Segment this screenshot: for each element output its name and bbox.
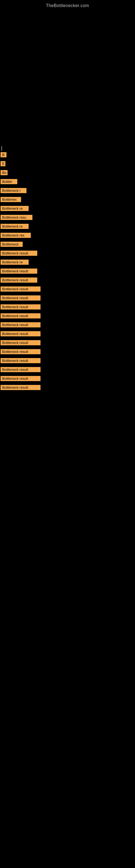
result-row[interactable]: Bottleneck re: [0, 224, 135, 229]
bottleneck-result-label[interactable]: Bottleneck result: [1, 385, 41, 390]
bottleneck-result-label[interactable]: Bottleneck result: [1, 340, 41, 345]
bottleneck-result-label[interactable]: Bottleneck res: [1, 233, 31, 238]
bottleneck-result-label[interactable]: Bottlenec: [1, 197, 21, 202]
result-row[interactable]: Bottleneck result: [0, 376, 135, 381]
results-section: | BEBоBottlerBottleneck rBottlenecBottle…: [0, 141, 135, 397]
bottleneck-result-label[interactable]: Bottleneck result: [1, 269, 37, 274]
bottleneck-result-label[interactable]: Bottleneck: [1, 242, 23, 247]
result-row[interactable]: Bottleneck r: [0, 188, 135, 193]
result-row[interactable]: Bottleneck resu: [0, 215, 135, 220]
result-row[interactable]: E: [0, 161, 135, 166]
bottleneck-result-label[interactable]: Bottleneck result: [1, 349, 41, 354]
bottleneck-result-label[interactable]: Bottleneck result: [1, 367, 41, 372]
bottleneck-result-label[interactable]: Bottleneck result: [1, 278, 37, 283]
result-row[interactable]: Bо: [0, 170, 135, 175]
result-row[interactable]: Bottleneck result: [0, 340, 135, 345]
bottleneck-result-label[interactable]: Bottleneck result: [1, 358, 41, 363]
top-section: [0, 10, 135, 141]
bottleneck-result-label[interactable]: Bottler: [1, 179, 17, 184]
bottleneck-result-label[interactable]: Bottleneck resu: [1, 215, 32, 220]
result-row[interactable]: Bottleneck result: [0, 251, 135, 256]
bottleneck-result-label[interactable]: Bottleneck re: [1, 224, 29, 229]
bottleneck-result-label[interactable]: B: [1, 152, 6, 157]
bottleneck-result-label[interactable]: Bottleneck r: [1, 188, 27, 193]
bottleneck-result-label[interactable]: E: [1, 161, 5, 166]
bottleneck-result-label[interactable]: Bottleneck result: [1, 331, 41, 336]
result-row[interactable]: Bottleneck result: [0, 385, 135, 390]
bottleneck-result-label[interactable]: Bottleneck result: [1, 286, 41, 291]
bottleneck-result-label[interactable]: Bottleneck result: [1, 313, 41, 318]
bottleneck-result-label[interactable]: Bо: [1, 170, 8, 175]
result-row[interactable]: Bottleneck result: [0, 313, 135, 318]
result-row[interactable]: Bottlenec: [0, 197, 135, 202]
result-row[interactable]: Bottleneck result: [0, 367, 135, 372]
bottleneck-result-label[interactable]: Bottleneck result: [1, 296, 41, 301]
bottleneck-result-label[interactable]: Bottleneck result: [1, 376, 41, 381]
result-row[interactable]: Bottleneck result: [0, 278, 135, 283]
site-title: TheBottlenecker.com: [0, 0, 135, 10]
result-row[interactable]: Bottleneck re: [0, 206, 135, 211]
result-row[interactable]: Bottleneck re: [0, 259, 135, 265]
bottleneck-result-label[interactable]: Bottleneck result: [1, 304, 41, 310]
result-row[interactable]: B: [0, 152, 135, 157]
bottleneck-result-label[interactable]: Bottleneck re: [1, 206, 29, 211]
result-row[interactable]: Bottleneck result: [0, 331, 135, 336]
bottleneck-result-label[interactable]: Bottleneck result: [1, 322, 41, 328]
result-row[interactable]: Bottleneck result: [0, 349, 135, 354]
result-row[interactable]: Bottleneck result: [0, 358, 135, 363]
result-row[interactable]: Bottleneck result: [0, 304, 135, 310]
result-row[interactable]: Bottleneck result: [0, 296, 135, 301]
result-row[interactable]: Bottleneck: [0, 242, 135, 247]
result-row[interactable]: Bottleneck result: [0, 322, 135, 328]
bottleneck-result-label[interactable]: Bottleneck re: [1, 259, 29, 265]
bottleneck-result-label[interactable]: Bottleneck result: [1, 251, 37, 256]
result-row[interactable]: Bottleneck res: [0, 233, 135, 238]
result-row[interactable]: Bottleneck result: [0, 286, 135, 291]
result-row[interactable]: Bottler: [0, 179, 135, 184]
cursor: |: [0, 143, 135, 152]
result-row[interactable]: Bottleneck result: [0, 269, 135, 274]
